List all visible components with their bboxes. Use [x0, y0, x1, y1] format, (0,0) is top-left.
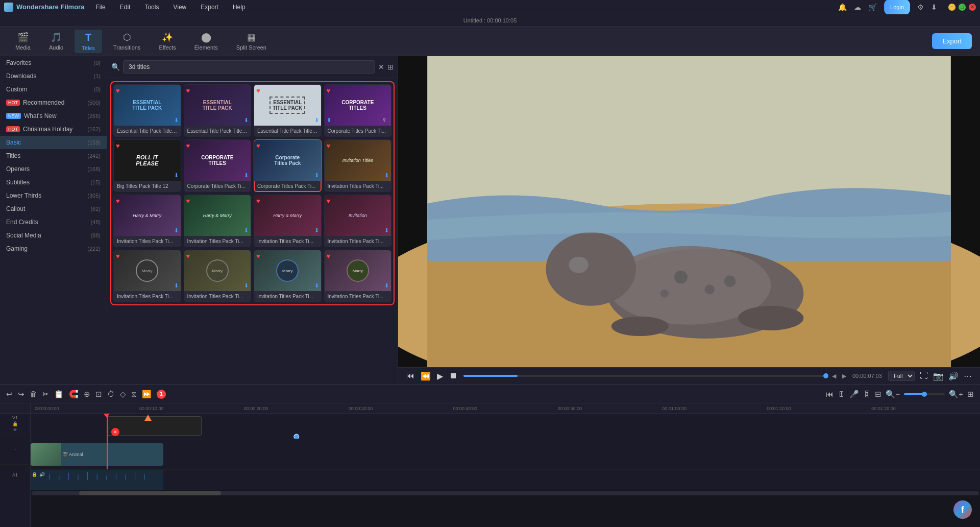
clear-search-icon[interactable]: ✕ — [378, 63, 384, 71]
heart-icon-9[interactable]: ♥ — [116, 197, 120, 205]
progress-bar[interactable] — [463, 375, 826, 377]
menu-edit[interactable]: Edit — [117, 3, 134, 12]
fit-button[interactable]: ⊞ — [967, 390, 974, 399]
grid-view-icon[interactable]: ⊞ — [387, 63, 394, 71]
title-card-essential3[interactable]: ♥ ESSENTIALTITLE PACK ⬇ Essential Title … — [254, 84, 322, 137]
heart-icon-12[interactable]: ♥ — [327, 197, 331, 205]
scrollbar-thumb[interactable] — [79, 491, 221, 495]
tab-audio[interactable]: 🎵 Audio — [42, 30, 70, 53]
snapshot-icon[interactable]: 📷 — [933, 371, 943, 381]
heart-icon-16[interactable]: ♥ — [327, 252, 331, 260]
heart-icon-15[interactable]: ♥ — [256, 252, 260, 260]
tab-split-screen[interactable]: ▦ Split Screen — [229, 30, 274, 53]
menu-tools[interactable]: Tools — [141, 3, 162, 12]
timer-button[interactable]: ⏱ — [107, 390, 115, 398]
audio-lock-icon[interactable]: 🔒 — [32, 472, 37, 477]
heart-icon-10[interactable]: ♥ — [186, 197, 190, 205]
title-card-corporate1[interactable]: ♥ CORPORATETITLES 🎙 ⬇ Corporate Titles P… — [324, 84, 392, 137]
sidebar-item-downloads[interactable]: Downloads (1) — [0, 69, 107, 83]
heart-icon-5[interactable]: ♥ — [116, 142, 120, 150]
sidebar-item-openers[interactable]: Openers (168) — [0, 162, 107, 176]
title-card-invitation4[interactable]: ♥ Harry & Marry ⬇ Invitation Titles Pack… — [254, 195, 322, 247]
heart-icon-1[interactable]: ♥ — [116, 87, 120, 94]
play-button[interactable]: ▶ — [437, 371, 443, 381]
redo-button[interactable]: ↪ — [18, 390, 24, 399]
sidebar-item-custom[interactable]: Custom (0) — [0, 83, 107, 96]
tab-titles[interactable]: T Titles — [75, 30, 102, 53]
stop-button[interactable]: ⏹ — [449, 371, 457, 380]
minimize-button[interactable]: − — [948, 4, 955, 11]
heart-icon-14[interactable]: ♥ — [186, 252, 190, 260]
menu-help[interactable]: Help — [230, 3, 249, 12]
quality-select[interactable]: Full 1/2 1/4 — [888, 371, 915, 381]
delete-button[interactable]: 🗑 — [30, 390, 37, 398]
menu-file[interactable]: File — [92, 3, 108, 12]
crop-button[interactable]: ⊡ — [95, 390, 102, 399]
menu-view[interactable]: View — [170, 3, 189, 12]
sidebar-item-whats-new[interactable]: NEW What's New (266) — [0, 109, 107, 123]
mic-icon[interactable]: 🎤 — [849, 390, 859, 399]
sidebar-item-subtitles[interactable]: Subtitles (15) — [0, 176, 107, 189]
heart-icon-7[interactable]: ♥ — [256, 142, 260, 150]
heart-icon-4[interactable]: ♥ — [327, 87, 331, 94]
title-card-invitation1[interactable]: ♥ Invitation Titles ⬇ Invitation Titles … — [324, 139, 392, 192]
title-card-big-titles[interactable]: ♥ ROLL ITPLEASE ⬇ Big Titles Pack Title … — [113, 139, 181, 192]
title-card-invitation3[interactable]: ♥ Harry & Marry ⬇ Invitation Titles Pack… — [184, 195, 252, 247]
keyframe-button[interactable]: ◇ — [120, 390, 126, 399]
title-clip[interactable] — [107, 416, 202, 436]
sidebar-item-lower-thirds[interactable]: Lower Thirds (305) — [0, 189, 107, 202]
sidebar-item-favorites[interactable]: Favorites (0) — [0, 56, 107, 69]
tab-elements[interactable]: ⬤ Elements — [187, 30, 225, 53]
undo-button[interactable]: ↩ — [6, 390, 13, 399]
title-card-circle3[interactable]: ♥ Marry ⬇ Invitation Titles Pack Ti... — [254, 250, 322, 302]
cut-button[interactable]: ✂ — [42, 390, 49, 399]
maximize-button[interactable]: □ — [959, 4, 966, 11]
heart-icon-3[interactable]: ♥ — [256, 87, 260, 94]
title-card-circle2[interactable]: ♥ Marry ⬇ Invitation Titles Pack Ti... — [184, 250, 252, 302]
title-card-circle4[interactable]: ♥ Marry ⬇ Invitation Titles Pack Ti... — [324, 250, 392, 302]
download-icon[interactable]: ⬇ — [931, 3, 937, 11]
time-arrows-left[interactable]: ◀ — [832, 373, 836, 379]
heart-icon-8[interactable]: ♥ — [327, 142, 331, 150]
menu-export[interactable]: Export — [198, 3, 222, 12]
title-card-corporate2[interactable]: ♥ CORPORATETITLES ⬇ Corporate Titles Pac… — [184, 139, 252, 192]
timeline-scrollbar[interactable] — [32, 491, 979, 495]
title-card-invitation2[interactable]: ♥ Harry & Marry ⬇ Invitation Titles Pack… — [113, 195, 181, 247]
tab-transitions[interactable]: ⬡ Transitions — [106, 30, 148, 53]
login-button[interactable]: Login — [884, 0, 910, 15]
zoom-slider[interactable] — [904, 393, 945, 395]
notification-icon[interactable]: 🔔 — [838, 3, 847, 11]
settings-icon[interactable]: ⚙ — [917, 3, 924, 11]
more-options-icon[interactable]: ⋯ — [964, 371, 972, 381]
export-button[interactable]: Export — [932, 33, 972, 49]
sidebar-item-gaming[interactable]: Gaming (222) — [0, 242, 107, 255]
zoom-out-icon[interactable]: 🔍− — [886, 390, 900, 399]
step-back-button[interactable]: ⏪ — [421, 371, 431, 381]
title-card-circle1[interactable]: ♥ Marry ⬇ Invitation Titles Pack Ti... — [113, 250, 181, 302]
search-input[interactable] — [123, 60, 375, 74]
sidebar-item-basic[interactable]: Basic (159) — [0, 136, 107, 149]
video-clip-animal[interactable]: 🎬 Animal — [31, 443, 163, 466]
fullscreen-icon[interactable]: ⛶ — [920, 371, 928, 380]
heart-icon-13[interactable]: ♥ — [116, 252, 120, 260]
copy-button[interactable]: 📋 — [54, 390, 64, 399]
speed-button[interactable]: ⏩ — [142, 390, 152, 399]
heart-icon-6[interactable]: ♥ — [186, 142, 190, 150]
title-card-corporate3[interactable]: ♥ CorporateTitles Pack ⬇ Corporate Title… — [254, 139, 322, 192]
volume-icon[interactable]: 🔊 — [948, 371, 959, 381]
sidebar-item-recommended[interactable]: HOT Recommended (500) — [0, 96, 107, 109]
skip-back-button[interactable]: ⏮ — [406, 371, 414, 380]
title-card-essential1[interactable]: ♥ ESSENTIALTITLE PACK ⬇ Essential Title … — [113, 84, 181, 137]
lock-icon[interactable]: 🔒 — [12, 421, 18, 426]
title-card-essential2[interactable]: ♥ ESSENTIALTITLE PACK ⬇ Essential Title … — [184, 84, 252, 137]
magnet-button[interactable]: 🧲 — [69, 390, 79, 399]
search-icon[interactable]: 🔍 — [111, 63, 120, 71]
heart-icon-11[interactable]: ♥ — [256, 197, 260, 205]
audio-meter[interactable]: 🎚 — [838, 390, 845, 398]
split-button[interactable]: ⧖ — [131, 390, 137, 399]
cloud-icon[interactable]: ☁ — [854, 3, 861, 11]
eye-icon[interactable]: 👁 — [13, 427, 17, 433]
sidebar-item-titles[interactable]: Titles (242) — [0, 149, 107, 162]
track-add-icon[interactable]: + — [14, 447, 16, 452]
zoom-in-icon[interactable]: 🔍+ — [949, 390, 963, 399]
